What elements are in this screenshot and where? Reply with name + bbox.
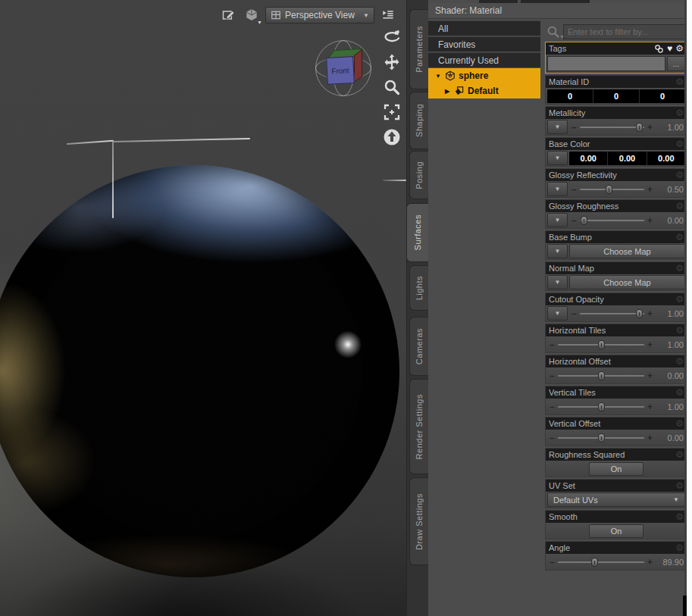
dropdown-button[interactable]: ▼: [547, 182, 568, 196]
gear-icon[interactable]: ⚙: [675, 108, 684, 117]
choose-map-button[interactable]: Choose Map: [569, 244, 685, 258]
slider-track[interactable]: [558, 339, 644, 349]
aim-icon[interactable]: [382, 127, 402, 147]
favorite-heart-icon[interactable]: ♥: [667, 43, 672, 54]
orbit-icon[interactable]: [382, 27, 402, 47]
gear-icon[interactable]: ⚙: [675, 202, 684, 211]
group-header-metallicity[interactable]: Metallicity⚙: [546, 107, 687, 119]
slider[interactable]: –+: [569, 182, 655, 196]
value-cell[interactable]: 0.00: [608, 152, 647, 165]
slider[interactable]: –+: [569, 213, 655, 227]
gear-icon[interactable]: ⚙: [675, 264, 684, 273]
tab-posing[interactable]: Posing: [409, 151, 428, 199]
draw-style-icon[interactable]: [220, 6, 238, 24]
dropdown-button[interactable]: ▼: [547, 213, 568, 227]
slider-value[interactable]: 0.50: [656, 185, 685, 194]
tab-lights[interactable]: Lights: [409, 265, 428, 311]
view-cube-gizmo[interactable]: Front: [313, 38, 374, 98]
value-cell[interactable]: 0.00: [569, 152, 608, 165]
slider-plus[interactable]: +: [647, 310, 653, 317]
gear-icon[interactable]: ⚙: [675, 543, 684, 552]
slider[interactable]: –+: [569, 120, 655, 134]
group-header-base-color[interactable]: Base Color⚙: [546, 138, 687, 150]
slider-track[interactable]: [580, 308, 644, 318]
view-cube-front-face[interactable]: Front: [326, 56, 355, 85]
slider-track[interactable]: [558, 433, 644, 442]
camera-cube-icon[interactable]: ▼: [243, 6, 261, 24]
slider-minus[interactable]: –: [550, 558, 555, 566]
link-icon[interactable]: [654, 44, 664, 54]
value-cell[interactable]: 0: [593, 89, 640, 103]
slider-value[interactable]: 1.00: [656, 123, 685, 132]
gear-icon[interactable]: ⚙: [675, 326, 684, 335]
tree-node-default[interactable]: ▶Default: [428, 83, 540, 98]
slider-minus[interactable]: –: [571, 310, 577, 317]
filter-input[interactable]: [563, 24, 687, 39]
tab-surfaces[interactable]: Surfaces: [406, 203, 428, 262]
group-header-roughness-squared[interactable]: Roughness Squared⚙: [546, 449, 687, 461]
slider-value[interactable]: 0.00: [656, 433, 685, 442]
slider-handle[interactable]: [606, 185, 612, 194]
scrollbar-track[interactable]: [687, 0, 692, 616]
gear-icon[interactable]: ⚙: [675, 512, 684, 521]
slider-plus[interactable]: +: [647, 403, 653, 411]
slider[interactable]: –+: [547, 555, 655, 569]
group-header-base-bump[interactable]: Base Bump⚙: [546, 231, 687, 243]
slider-handle[interactable]: [598, 340, 605, 349]
value-cell[interactable]: 0: [547, 89, 593, 103]
gear-icon[interactable]: ⚙: [675, 44, 684, 53]
slider-track[interactable]: [580, 215, 644, 225]
group-header-horizontal-tiles[interactable]: Horizontal Tiles⚙: [546, 324, 687, 336]
group-header-normal-map[interactable]: Normal Map⚙: [546, 262, 687, 274]
scrollbar-thumb[interactable]: [683, 596, 687, 616]
gear-icon[interactable]: ⚙: [675, 357, 684, 366]
slider-handle[interactable]: [591, 558, 598, 567]
slider-value[interactable]: 89.90: [656, 558, 685, 567]
tags-browse-button[interactable]: ...: [667, 56, 685, 71]
slider-handle[interactable]: [636, 123, 643, 132]
slider-handle[interactable]: [581, 216, 587, 225]
slider-minus[interactable]: –: [550, 434, 555, 442]
slider-minus[interactable]: –: [550, 341, 555, 349]
group-header-cutout-opacity[interactable]: Cutout Opacity⚙: [546, 293, 687, 305]
toggle-on-button[interactable]: On: [589, 524, 643, 538]
slider-minus[interactable]: –: [571, 124, 577, 131]
browser-item-all[interactable]: All: [428, 20, 540, 36]
slider[interactable]: –+: [547, 430, 655, 445]
slider-plus[interactable]: +: [647, 124, 653, 131]
slider-plus[interactable]: +: [647, 186, 653, 193]
collapsed-arrow-icon[interactable]: ▶: [443, 88, 451, 95]
tab-cameras[interactable]: Cameras: [409, 317, 428, 376]
value-cell[interactable]: 0: [640, 89, 685, 103]
tree-node-sphere[interactable]: ▼sphere: [428, 68, 540, 83]
slider-minus[interactable]: –: [571, 186, 577, 193]
gear-icon[interactable]: ⚙: [675, 419, 684, 428]
group-header-tags[interactable]: Tags♥⚙: [546, 42, 687, 55]
slider-handle[interactable]: [636, 309, 643, 318]
group-header-horizontal-offset[interactable]: Horizontal Offset⚙: [546, 355, 687, 367]
group-header-vertical-offset[interactable]: Vertical Offset⚙: [546, 417, 687, 430]
slider-minus[interactable]: –: [571, 217, 577, 224]
slider-minus[interactable]: –: [550, 372, 555, 380]
choose-map-button[interactable]: Choose Map: [569, 275, 685, 289]
toggle-on-button[interactable]: On: [589, 462, 643, 476]
zoom-icon[interactable]: [382, 77, 402, 97]
slider-track[interactable]: [580, 184, 644, 194]
gear-icon[interactable]: ⚙: [675, 170, 684, 180]
slider-plus[interactable]: +: [647, 558, 653, 566]
slider-plus[interactable]: +: [647, 372, 653, 380]
dropdown-button[interactable]: ▼: [547, 306, 568, 321]
slider-track[interactable]: [558, 402, 644, 411]
tab-render-settings[interactable]: Render Settings: [409, 379, 428, 474]
slider-handle[interactable]: [598, 371, 605, 380]
group-header-material-id[interactable]: Material ID⚙: [546, 76, 687, 88]
group-header-angle[interactable]: Angle⚙: [546, 542, 687, 554]
tab-draw-settings[interactable]: Draw Settings: [409, 477, 428, 565]
slider-plus[interactable]: +: [647, 341, 653, 349]
view-selector-dropdown[interactable]: Perspective View ▼: [265, 7, 374, 23]
filter-search-icon[interactable]: ▼: [543, 25, 563, 39]
group-header-uv-set[interactable]: UV Set⚙: [546, 480, 687, 492]
dropdown-button[interactable]: ▼: [547, 151, 568, 165]
browser-item-favorites[interactable]: Favorites: [428, 36, 540, 52]
gear-icon[interactable]: ⚙: [675, 450, 684, 459]
